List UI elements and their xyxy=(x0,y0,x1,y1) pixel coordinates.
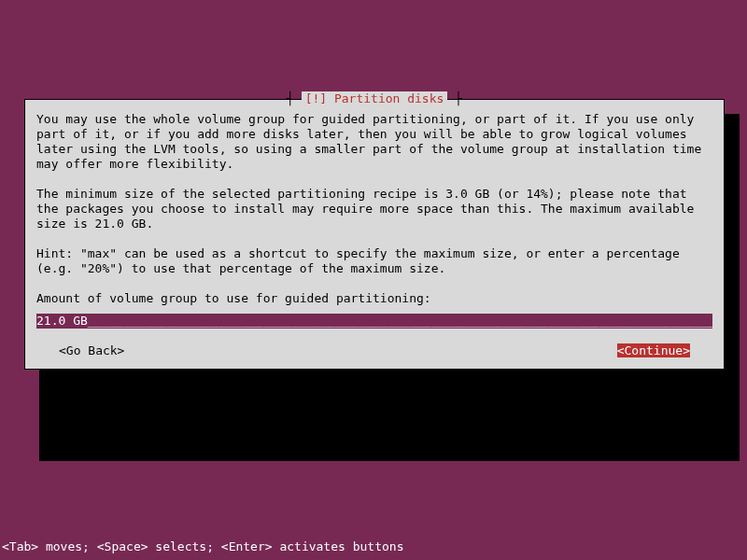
volume-size-value: 21.0 GB xyxy=(36,314,88,328)
input-underline: ________________________________________… xyxy=(88,314,712,328)
volume-size-input[interactable]: 21.0 GB_________________________________… xyxy=(36,314,712,329)
title-rule-left: ┤ xyxy=(287,91,302,105)
go-back-button[interactable]: <Go Back> xyxy=(59,343,124,357)
help-bar: <Tab> moves; <Space> selects; <Enter> ac… xyxy=(0,539,403,554)
paragraph-1: You may use the whole volume group for g… xyxy=(36,112,709,171)
partition-dialog: ┤ [!] Partition disks ├ You may use the … xyxy=(24,99,725,370)
paragraph-2: The minimum size of the selected partiti… xyxy=(36,187,701,231)
continue-button[interactable]: <Continue> xyxy=(617,343,690,357)
paragraph-3: Hint: "max" can be used as a shortcut to… xyxy=(36,246,687,275)
button-row: <Go Back> <Continue> xyxy=(36,343,712,357)
title-marker: [!] xyxy=(305,91,327,105)
title-rule-right: ├ xyxy=(447,91,462,105)
input-prompt: Amount of volume group to use for guided… xyxy=(36,291,431,305)
dialog-title: [!] Partition disks xyxy=(302,91,448,105)
dialog-title-row: ┤ [!] Partition disks ├ xyxy=(36,91,712,106)
dialog-body: You may use the whole volume group for g… xyxy=(36,112,712,306)
title-text: Partition disks xyxy=(334,91,444,105)
